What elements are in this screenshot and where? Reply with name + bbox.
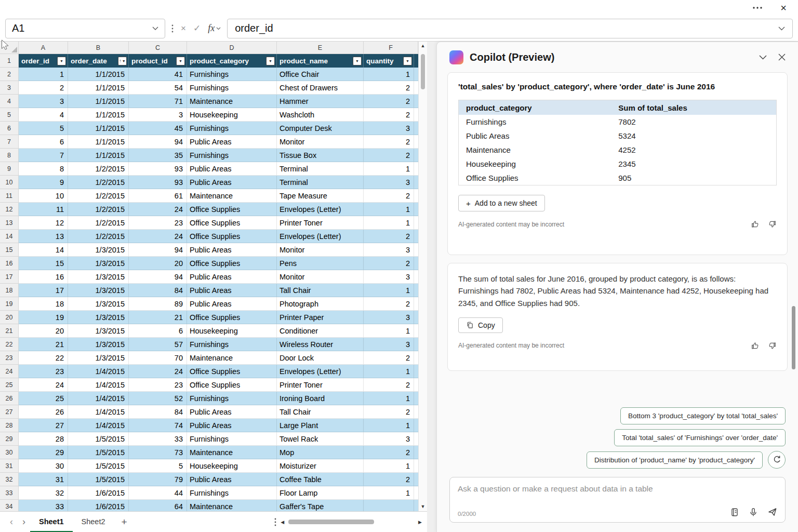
filter-button-product_category[interactable]: ▼: [266, 57, 275, 65]
grid-cell[interactable]: 24: [129, 365, 187, 378]
grid-cell[interactable]: 1: [364, 284, 414, 297]
grid-cell-overflow[interactable]: [414, 500, 418, 511]
grid-cell[interactable]: 2: [364, 473, 414, 486]
grid-cell[interactable]: Printer Toner: [277, 378, 364, 392]
grid-cell-overflow[interactable]: [414, 81, 418, 95]
grid-cell[interactable]: 1: [364, 324, 414, 338]
grid-cell[interactable]: 1: [364, 365, 414, 378]
grid-cell-overflow[interactable]: [414, 176, 418, 189]
sheet-options-button[interactable]: [274, 518, 276, 526]
grid-cell-overflow[interactable]: [414, 68, 418, 81]
grid-cell[interactable]: Office Supplies: [187, 311, 277, 324]
grid-cell[interactable]: 1/4/2015: [68, 378, 129, 392]
grid-cell[interactable]: Chest of Drawers: [277, 81, 364, 95]
grid-cell[interactable]: 2: [364, 81, 414, 95]
column-header-C[interactable]: C: [129, 42, 187, 54]
grid-cell[interactable]: Furnishings: [187, 68, 277, 81]
scroll-up-icon[interactable]: ▲: [421, 44, 425, 48]
grid-cell[interactable]: 2: [19, 81, 68, 95]
grid-cell[interactable]: 1: [364, 68, 414, 81]
grid-cell[interactable]: Public Areas: [187, 243, 277, 257]
grid-cell[interactable]: 10: [19, 189, 68, 203]
grid-cell[interactable]: 15: [19, 257, 68, 270]
sheet-tab-sheet2[interactable]: Sheet2: [73, 512, 114, 532]
grid-cell-overflow[interactable]: [414, 351, 418, 365]
column-header-B[interactable]: B: [68, 42, 129, 54]
grid-cell[interactable]: 23: [19, 365, 68, 378]
thumbs-down-button[interactable]: [768, 220, 777, 229]
row-header-15[interactable]: 15: [0, 243, 19, 257]
grid-cell[interactable]: 1: [364, 392, 414, 405]
grid-cell[interactable]: 29: [19, 446, 68, 459]
grid-cell[interactable]: 1/6/2015: [68, 500, 129, 511]
row-header-12[interactable]: 12: [0, 203, 19, 216]
grid-cell[interactable]: 3: [364, 432, 414, 446]
grid-cell[interactable]: 52: [129, 392, 187, 405]
horizontal-scrollbar-thumb[interactable]: [288, 520, 374, 524]
grid-cell[interactable]: Tall Chair: [277, 405, 364, 419]
grid-cell[interactable]: Furnishings: [187, 486, 277, 500]
grid-cell[interactable]: 27: [19, 419, 68, 432]
grid-cell[interactable]: 64: [129, 500, 187, 511]
grid-cell[interactable]: Public Areas: [187, 419, 277, 432]
add-sheet-button[interactable]: +: [114, 516, 135, 528]
grid-cell[interactable]: Office Supplies: [187, 257, 277, 270]
row-header-11[interactable]: 11: [0, 189, 19, 203]
grid-cell[interactable]: Office Supplies: [187, 365, 277, 378]
thumbs-up-button[interactable]: [751, 220, 760, 229]
grid-cell[interactable]: 23: [129, 216, 187, 230]
grid-cell[interactable]: Public Areas: [187, 270, 277, 284]
row-header-20[interactable]: 20: [0, 311, 19, 324]
grid-cell[interactable]: Coffee Table: [277, 473, 364, 486]
grid-cell[interactable]: Furnishings: [187, 81, 277, 95]
grid-cell-overflow[interactable]: [414, 365, 418, 378]
grid-cell[interactable]: Office Supplies: [187, 378, 277, 392]
row-header-14[interactable]: 14: [0, 230, 19, 243]
grid-cell[interactable]: 3: [364, 270, 414, 284]
grid-cell[interactable]: 3: [364, 243, 414, 257]
grid-cell[interactable]: Monitor: [277, 270, 364, 284]
row-header-4[interactable]: 4: [0, 95, 19, 108]
row-header-22[interactable]: 22: [0, 338, 19, 351]
grid-cell[interactable]: 1/2/2015: [68, 176, 129, 189]
grid-cell[interactable]: 1/5/2015: [68, 459, 129, 473]
expand-formula-bar-icon[interactable]: [778, 26, 785, 31]
grid-cell[interactable]: 3: [129, 108, 187, 122]
select-all-corner[interactable]: [0, 42, 19, 54]
grid-cell[interactable]: Tissue Box: [277, 149, 364, 162]
grid-cell[interactable]: Printer Paper: [277, 311, 364, 324]
row-header-24[interactable]: 24: [0, 365, 19, 378]
grid-cell[interactable]: 12: [19, 216, 68, 230]
grid-cell[interactable]: Gaffer's Tape: [277, 500, 364, 511]
row-header-34[interactable]: 34: [0, 500, 19, 511]
grid-cell[interactable]: Public Areas: [187, 176, 277, 189]
grid-cell[interactable]: Tape Measure: [277, 189, 364, 203]
grid-cell-overflow[interactable]: [414, 216, 418, 230]
suggestion-pill[interactable]: Distribution of 'product_name' by 'produ…: [587, 451, 763, 469]
sheet-tab-sheet1[interactable]: Sheet1: [30, 512, 73, 532]
grid-cell[interactable]: 24: [129, 230, 187, 243]
grid-cell-overflow[interactable]: [414, 378, 418, 392]
grid-cell[interactable]: Maintenance: [187, 351, 277, 365]
grid-cell[interactable]: 2: [364, 108, 414, 122]
grid-cell[interactable]: Maintenance: [187, 500, 277, 511]
grid-cell[interactable]: 1/2/2015: [68, 189, 129, 203]
grid-cell[interactable]: 84: [129, 284, 187, 297]
grid-cell[interactable]: 1/3/2015: [68, 243, 129, 257]
grid-cell[interactable]: 8: [19, 162, 68, 176]
grid-cell[interactable]: 1/2/2015: [68, 230, 129, 243]
grid-cell[interactable]: 2: [364, 297, 414, 311]
grid-cell-overflow[interactable]: [414, 257, 418, 270]
grid-cell-overflow[interactable]: [414, 419, 418, 432]
filter-button-product_name[interactable]: ▼: [353, 57, 362, 65]
grid-cell[interactable]: Envelopes (Letter): [277, 365, 364, 378]
grid-cell[interactable]: Door Lock: [277, 351, 364, 365]
grid-cell[interactable]: 94: [129, 270, 187, 284]
grid-cell[interactable]: Furnishings: [187, 338, 277, 351]
grid-cell[interactable]: 1/3/2015: [68, 297, 129, 311]
horizontal-scrollbar[interactable]: [288, 519, 414, 525]
grid-cell[interactable]: Public Areas: [187, 135, 277, 149]
grid-cell-overflow[interactable]: [414, 405, 418, 419]
grid-cell[interactable]: Housekeeping: [187, 108, 277, 122]
grid-cell[interactable]: 21: [129, 311, 187, 324]
